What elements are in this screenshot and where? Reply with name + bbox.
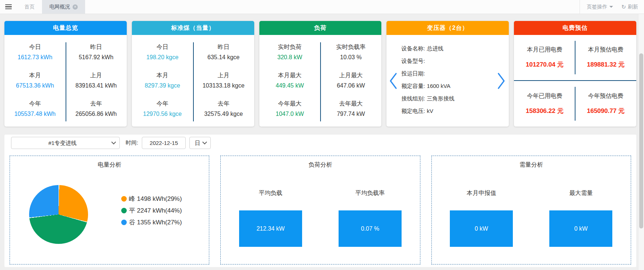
legend-label: 平 2247 kWh(44%) bbox=[129, 206, 182, 215]
card-transformer-title: 变压器（2台） bbox=[386, 21, 509, 35]
stat-label: 上月 bbox=[90, 72, 102, 79]
metric-label: 平均负载率 bbox=[356, 189, 385, 197]
line-select[interactable]: #1专变进线 bbox=[11, 137, 120, 149]
date-input[interactable] bbox=[142, 137, 186, 149]
card-energy-overview-title: 电量总览 bbox=[4, 21, 127, 35]
stat-value: 10.03 % bbox=[340, 54, 362, 61]
card-cost-estimate-body: 本月已用电费101270.04 元 本月预估电费189881.32 元 今年已用… bbox=[514, 35, 636, 127]
card-load: 负荷 实时负荷320.8 kW 实时负载率10.03 % 本月最大449.45 … bbox=[259, 21, 382, 127]
stat-label: 昨日 bbox=[218, 43, 230, 51]
metric-label: 本月申报值 bbox=[467, 189, 496, 197]
stat-label: 本月 bbox=[157, 72, 168, 79]
hamburger-menu-button[interactable] bbox=[0, 0, 17, 14]
tab-grid-overview[interactable]: 电网概况 × bbox=[42, 0, 85, 14]
field-label: 额定容量: bbox=[401, 83, 425, 89]
stat-value: 1047.0 kW bbox=[276, 111, 304, 117]
pie-chart bbox=[29, 185, 88, 244]
stat-label: 去年 bbox=[90, 100, 102, 108]
stat-value: 12970.56 kgce bbox=[143, 111, 182, 117]
stat-label: 昨日 bbox=[90, 43, 102, 51]
refresh-button[interactable]: ↻ 刷新 bbox=[620, 4, 644, 10]
stat-label: 今日 bbox=[157, 43, 168, 51]
panel-load-analysis: 负荷分析 平均负载 212.34 kW 平均负载率 0.07 % bbox=[220, 156, 420, 264]
stat-label: 今年 bbox=[29, 100, 41, 108]
legend-label: 峰 1498 kWh(29%) bbox=[129, 195, 182, 203]
legend-dot-flat bbox=[121, 208, 127, 213]
stat-label: 实时负载率 bbox=[336, 43, 365, 51]
stat-value: 32575.49 kgce bbox=[204, 111, 243, 117]
filter-row: #1专变进线 时间: 日 bbox=[11, 136, 631, 149]
legend-item: 平 2247 kWh(44%) bbox=[121, 206, 182, 215]
card-standard-coal: 标准煤（当量） 今日198.20 kgce 昨日635.14 kgce 本月82… bbox=[132, 21, 254, 127]
panels-row: 电量分析 峰 1498 kWh(29%) 平 2247 kWh(44%) 谷 1… bbox=[10, 156, 631, 264]
stat-value: 198.20 kgce bbox=[146, 54, 178, 61]
cost-label: 本月预估电费 bbox=[588, 46, 623, 54]
panel-demand-analysis: 需量分析 本月申报值 0 kW 最大需量 0 kW bbox=[431, 156, 631, 264]
metric-value-box: 0 kW bbox=[549, 210, 612, 247]
stat-label: 实时负荷 bbox=[278, 43, 302, 51]
caret-down-icon bbox=[609, 6, 613, 8]
transformer-field: 投运日期: bbox=[401, 70, 491, 77]
stat-value: 105537.48 kWh bbox=[14, 111, 56, 117]
metric-label: 平均负载 bbox=[259, 189, 282, 197]
legend-item: 峰 1498 kWh(29%) bbox=[121, 195, 182, 203]
tab-close-icon[interactable]: × bbox=[73, 4, 78, 10]
cost-value: 158306.22 元 bbox=[526, 107, 563, 115]
time-label: 时间: bbox=[126, 139, 138, 146]
card-transformer-body: 设备名称:总进线 设备型号: 投运日期: 额定容量:1600 kVA 接线组别:… bbox=[386, 35, 509, 127]
stat-value: 839163.41 kWh bbox=[76, 82, 117, 89]
chevron-left-icon bbox=[389, 72, 398, 89]
transformer-field: 设备名称:总进线 bbox=[401, 45, 491, 52]
transformer-field: 接线组别:三角形接线 bbox=[401, 95, 491, 102]
metric-label: 最大需量 bbox=[569, 189, 593, 197]
analysis-section: #1专变进线 时间: 日 电量分析 峰 1498 kWh(29%) 平 2247… bbox=[4, 135, 636, 267]
card-load-title: 负荷 bbox=[259, 21, 382, 35]
stat-value: 797.74 kW bbox=[337, 111, 365, 117]
cost-label: 本月已用电费 bbox=[527, 46, 562, 54]
tab-home[interactable]: 首页 bbox=[17, 0, 42, 14]
tab-grid-overview-label: 电网概况 bbox=[49, 4, 70, 10]
legend-label: 谷 1355 kWh(27%) bbox=[129, 218, 182, 227]
field-label: 投运日期: bbox=[401, 70, 425, 77]
field-value: kV bbox=[427, 108, 434, 114]
field-label: 设备名称: bbox=[401, 45, 425, 51]
cost-value: 101270.04 元 bbox=[526, 60, 563, 69]
field-value: 总进线 bbox=[427, 45, 444, 51]
stat-value: 67513.36 kWh bbox=[16, 82, 54, 89]
stat-value: 1612.73 kWh bbox=[18, 54, 52, 61]
transformer-next-button[interactable] bbox=[497, 72, 506, 89]
cost-label: 今年预估电费 bbox=[588, 92, 623, 100]
scrollbar bbox=[638, 14, 644, 270]
tab-operations-button[interactable]: 页签操作 bbox=[580, 4, 620, 10]
chevron-right-icon bbox=[497, 72, 506, 89]
refresh-label: 刷新 bbox=[628, 4, 638, 10]
stat-label: 本月最大 bbox=[278, 72, 302, 79]
refresh-icon: ↻ bbox=[621, 4, 626, 10]
panel-title: 电量分析 bbox=[10, 161, 209, 169]
scrollbar-thumb[interactable] bbox=[639, 53, 643, 228]
metric-value-box: 0.07 % bbox=[339, 210, 402, 247]
stat-label: 本月 bbox=[29, 72, 41, 79]
period-select[interactable]: 日 bbox=[189, 137, 211, 149]
card-cost-estimate-title: 电费预估 bbox=[514, 21, 636, 35]
transformer-field: 额定容量:1600 kVA bbox=[401, 83, 491, 90]
legend-dot-valley bbox=[121, 220, 127, 225]
stat-value: 103133.18 kgce bbox=[203, 82, 245, 89]
field-label: 接线组别: bbox=[401, 95, 425, 102]
summary-cards-row: 电量总览 今日1612.73 kWh 昨日5167.92 kWh 本月67513… bbox=[4, 21, 636, 127]
stat-value: 449.45 kW bbox=[276, 82, 304, 89]
cost-value: 165090.77 元 bbox=[587, 107, 624, 115]
transformer-prev-button[interactable] bbox=[389, 72, 398, 89]
legend-dot-peak bbox=[121, 196, 127, 202]
stat-value: 5167.92 kWh bbox=[79, 54, 113, 61]
card-standard-coal-title: 标准煤（当量） bbox=[132, 21, 254, 35]
field-value: 三角形接线 bbox=[427, 95, 455, 102]
stat-value: 647.06 kW bbox=[337, 82, 365, 89]
cost-label: 今年已用电费 bbox=[527, 92, 562, 100]
tab-operations-label: 页签操作 bbox=[587, 4, 607, 10]
panel-title: 需量分析 bbox=[432, 161, 631, 169]
card-transformer: 变压器（2台） 设备名称:总进线 设备型号: 投运日期: 额定容量:1600 k… bbox=[386, 21, 509, 127]
field-value: 1600 kVA bbox=[427, 83, 451, 89]
pie-legend: 峰 1498 kWh(29%) 平 2247 kWh(44%) 谷 1355 k… bbox=[121, 195, 182, 227]
card-load-body: 实时负荷320.8 kW 实时负载率10.03 % 本月最大449.45 kW … bbox=[259, 35, 382, 127]
